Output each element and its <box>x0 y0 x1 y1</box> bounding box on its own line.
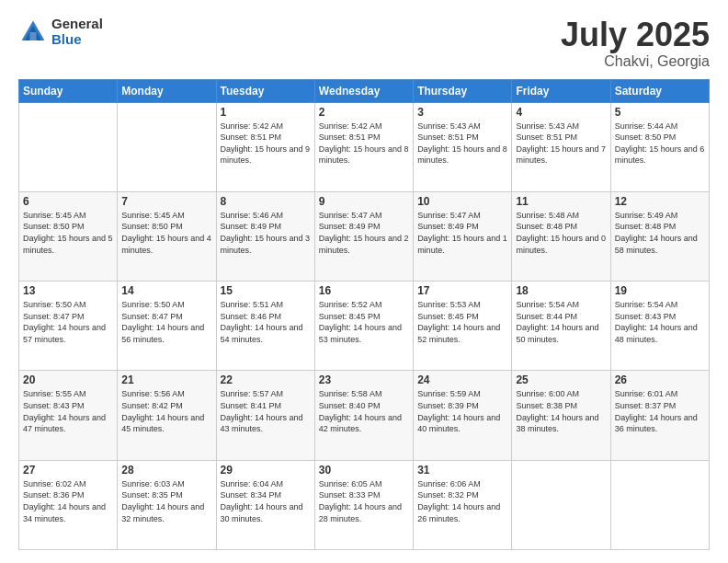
cell-info: Sunrise: 6:01 AM Sunset: 8:37 PM Dayligh… <box>615 388 705 434</box>
day-number: 31 <box>417 464 507 477</box>
calendar-cell: 7Sunrise: 5:45 AM Sunset: 8:50 PM Daylig… <box>118 191 216 281</box>
cell-info: Sunrise: 5:46 AM Sunset: 8:49 PM Dayligh… <box>221 210 311 256</box>
week-row-1: 1Sunrise: 5:42 AM Sunset: 8:51 PM Daylig… <box>19 102 710 191</box>
header: General Blue July 2025 Chakvi, Georgia <box>18 17 710 70</box>
cell-info: Sunrise: 6:02 AM Sunset: 8:36 PM Dayligh… <box>23 478 113 524</box>
calendar-cell: 29Sunrise: 6:04 AM Sunset: 8:34 PM Dayli… <box>216 460 314 549</box>
calendar-cell: 30Sunrise: 6:05 AM Sunset: 8:33 PM Dayli… <box>314 460 413 549</box>
location-title: Chakvi, Georgia <box>561 53 710 70</box>
calendar-cell: 12Sunrise: 5:49 AM Sunset: 8:48 PM Dayli… <box>610 191 709 281</box>
cell-info: Sunrise: 5:43 AM Sunset: 8:51 PM Dayligh… <box>417 121 507 167</box>
weekday-header-saturday: Saturday <box>610 79 709 102</box>
cell-info: Sunrise: 5:49 AM Sunset: 8:48 PM Dayligh… <box>615 210 705 256</box>
cell-info: Sunrise: 6:04 AM Sunset: 8:34 PM Dayligh… <box>221 478 311 524</box>
logo-general-text: General <box>51 17 103 32</box>
day-number: 8 <box>221 195 311 208</box>
calendar-cell: 26Sunrise: 6:01 AM Sunset: 8:37 PM Dayli… <box>610 371 709 460</box>
logo-blue-text: Blue <box>51 32 103 48</box>
day-number: 29 <box>221 464 311 477</box>
calendar-cell: 23Sunrise: 5:58 AM Sunset: 8:40 PM Dayli… <box>314 371 413 460</box>
cell-info: Sunrise: 6:03 AM Sunset: 8:35 PM Dayligh… <box>121 478 211 524</box>
day-number: 1 <box>221 106 311 119</box>
day-number: 25 <box>516 373 606 386</box>
cell-info: Sunrise: 5:53 AM Sunset: 8:45 PM Dayligh… <box>417 299 507 345</box>
day-number: 19 <box>615 284 705 297</box>
day-number: 15 <box>221 284 311 297</box>
cell-info: Sunrise: 5:56 AM Sunset: 8:42 PM Dayligh… <box>121 388 211 434</box>
page: General Blue July 2025 Chakvi, Georgia S… <box>0 0 728 563</box>
calendar-cell: 19Sunrise: 5:54 AM Sunset: 8:43 PM Dayli… <box>610 282 709 371</box>
cell-info: Sunrise: 5:44 AM Sunset: 8:50 PM Dayligh… <box>615 121 705 167</box>
calendar-cell: 20Sunrise: 5:55 AM Sunset: 8:43 PM Dayli… <box>19 371 118 460</box>
calendar-cell: 16Sunrise: 5:52 AM Sunset: 8:45 PM Dayli… <box>314 282 413 371</box>
calendar-cell: 27Sunrise: 6:02 AM Sunset: 8:36 PM Dayli… <box>19 460 118 549</box>
logo-icon <box>18 17 48 47</box>
calendar-cell: 5Sunrise: 5:44 AM Sunset: 8:50 PM Daylig… <box>610 102 709 191</box>
cell-info: Sunrise: 5:43 AM Sunset: 8:51 PM Dayligh… <box>516 121 606 167</box>
day-number: 4 <box>516 106 606 119</box>
day-number: 24 <box>417 373 507 386</box>
weekday-header-wednesday: Wednesday <box>314 79 413 102</box>
day-number: 22 <box>221 373 311 386</box>
day-number: 9 <box>319 195 409 208</box>
cell-info: Sunrise: 5:55 AM Sunset: 8:43 PM Dayligh… <box>23 388 113 434</box>
day-number: 16 <box>319 284 409 297</box>
cell-info: Sunrise: 5:52 AM Sunset: 8:45 PM Dayligh… <box>319 299 409 345</box>
calendar-cell: 17Sunrise: 5:53 AM Sunset: 8:45 PM Dayli… <box>414 282 512 371</box>
day-number: 7 <box>121 195 211 208</box>
calendar-cell: 25Sunrise: 6:00 AM Sunset: 8:38 PM Dayli… <box>512 371 610 460</box>
calendar-table: SundayMondayTuesdayWednesdayThursdayFrid… <box>18 79 710 550</box>
weekday-header-row: SundayMondayTuesdayWednesdayThursdayFrid… <box>19 79 710 102</box>
cell-info: Sunrise: 5:57 AM Sunset: 8:41 PM Dayligh… <box>221 388 311 434</box>
day-number: 17 <box>417 284 507 297</box>
weekday-header-monday: Monday <box>118 79 216 102</box>
cell-info: Sunrise: 6:00 AM Sunset: 8:38 PM Dayligh… <box>516 388 606 434</box>
day-number: 28 <box>121 464 211 477</box>
cell-info: Sunrise: 5:45 AM Sunset: 8:50 PM Dayligh… <box>121 210 211 256</box>
title-block: July 2025 Chakvi, Georgia <box>561 17 710 70</box>
calendar-cell: 18Sunrise: 5:54 AM Sunset: 8:44 PM Dayli… <box>512 282 610 371</box>
calendar-cell: 14Sunrise: 5:50 AM Sunset: 8:47 PM Dayli… <box>118 282 216 371</box>
calendar-cell <box>118 102 216 191</box>
day-number: 18 <box>516 284 606 297</box>
day-number: 6 <box>23 195 113 208</box>
cell-info: Sunrise: 5:59 AM Sunset: 8:39 PM Dayligh… <box>417 388 507 434</box>
cell-info: Sunrise: 5:50 AM Sunset: 8:47 PM Dayligh… <box>23 299 113 345</box>
cell-info: Sunrise: 5:58 AM Sunset: 8:40 PM Dayligh… <box>319 388 409 434</box>
calendar-cell: 21Sunrise: 5:56 AM Sunset: 8:42 PM Dayli… <box>118 371 216 460</box>
calendar-cell: 3Sunrise: 5:43 AM Sunset: 8:51 PM Daylig… <box>414 102 512 191</box>
weekday-header-friday: Friday <box>512 79 610 102</box>
cell-info: Sunrise: 5:54 AM Sunset: 8:43 PM Dayligh… <box>615 299 705 345</box>
day-number: 30 <box>319 464 409 477</box>
week-row-2: 6Sunrise: 5:45 AM Sunset: 8:50 PM Daylig… <box>19 191 710 281</box>
calendar-cell <box>512 460 610 549</box>
calendar-cell: 2Sunrise: 5:42 AM Sunset: 8:51 PM Daylig… <box>314 102 413 191</box>
calendar-cell: 28Sunrise: 6:03 AM Sunset: 8:35 PM Dayli… <box>118 460 216 549</box>
month-title: July 2025 <box>561 17 710 53</box>
day-number: 23 <box>319 373 409 386</box>
calendar-cell: 10Sunrise: 5:47 AM Sunset: 8:49 PM Dayli… <box>414 191 512 281</box>
svg-rect-2 <box>29 32 36 40</box>
logo: General Blue <box>18 17 103 47</box>
calendar-cell: 15Sunrise: 5:51 AM Sunset: 8:46 PM Dayli… <box>216 282 314 371</box>
calendar-cell: 31Sunrise: 6:06 AM Sunset: 8:32 PM Dayli… <box>414 460 512 549</box>
calendar-cell: 13Sunrise: 5:50 AM Sunset: 8:47 PM Dayli… <box>19 282 118 371</box>
weekday-header-thursday: Thursday <box>414 79 512 102</box>
cell-info: Sunrise: 5:42 AM Sunset: 8:51 PM Dayligh… <box>221 121 311 167</box>
calendar-cell: 8Sunrise: 5:46 AM Sunset: 8:49 PM Daylig… <box>216 191 314 281</box>
calendar-cell <box>610 460 709 549</box>
weekday-header-tuesday: Tuesday <box>216 79 314 102</box>
day-number: 10 <box>417 195 507 208</box>
day-number: 5 <box>615 106 705 119</box>
cell-info: Sunrise: 5:50 AM Sunset: 8:47 PM Dayligh… <box>121 299 211 345</box>
calendar-cell: 1Sunrise: 5:42 AM Sunset: 8:51 PM Daylig… <box>216 102 314 191</box>
cell-info: Sunrise: 5:45 AM Sunset: 8:50 PM Dayligh… <box>23 210 113 256</box>
day-number: 3 <box>417 106 507 119</box>
week-row-3: 13Sunrise: 5:50 AM Sunset: 8:47 PM Dayli… <box>19 282 710 371</box>
week-row-4: 20Sunrise: 5:55 AM Sunset: 8:43 PM Dayli… <box>19 371 710 460</box>
week-row-5: 27Sunrise: 6:02 AM Sunset: 8:36 PM Dayli… <box>19 460 710 549</box>
day-number: 21 <box>121 373 211 386</box>
cell-info: Sunrise: 5:47 AM Sunset: 8:49 PM Dayligh… <box>319 210 409 256</box>
day-number: 2 <box>319 106 409 119</box>
logo-text: General Blue <box>51 17 103 47</box>
